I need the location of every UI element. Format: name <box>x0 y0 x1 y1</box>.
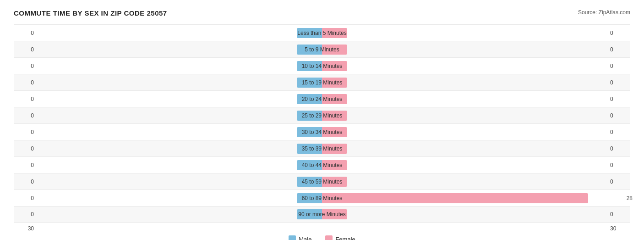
female-bar <box>322 127 347 137</box>
female-bar-half <box>322 58 607 74</box>
chart-row: 0 90 or more Minutes 0 <box>14 206 630 223</box>
male-bar-half <box>37 41 322 57</box>
male-value: 0 <box>14 112 37 119</box>
female-bar-half <box>322 173 607 190</box>
axis-left-label: 30 <box>14 225 37 232</box>
female-bar-half <box>322 25 607 41</box>
female-value: 0 <box>607 179 630 185</box>
male-value: 0 <box>14 179 37 185</box>
male-bar <box>297 193 322 203</box>
male-bar-half <box>37 25 322 41</box>
male-bar-half <box>37 58 322 74</box>
female-bar-half <box>322 190 607 206</box>
bar-container: Less than 5 Minutes <box>37 25 607 41</box>
chart-row: 0 10 to 14 Minutes 0 <box>14 57 630 74</box>
female-bar-half <box>322 74 607 90</box>
male-bar <box>297 177 322 187</box>
female-bar-half <box>322 157 607 173</box>
female-bar-half <box>322 41 607 57</box>
bar-container: 35 to 39 Minutes <box>37 140 607 156</box>
male-value: 0 <box>14 129 37 135</box>
chart-row: 0 20 to 24 Minutes 0 <box>14 90 630 107</box>
chart-area: 0 Less than 5 Minutes 0 0 5 to 9 Minutes <box>14 24 630 223</box>
female-bar <box>322 28 347 38</box>
male-bar <box>297 127 322 137</box>
female-bar-half <box>322 107 607 123</box>
source-label: Source: ZipAtlas.com <box>578 9 630 16</box>
chart-row: 0 30 to 34 Minutes 0 <box>14 123 630 140</box>
female-value: 0 <box>607 63 630 69</box>
female-value: 0 <box>607 46 630 53</box>
male-value: 0 <box>14 30 37 36</box>
male-value: 0 <box>14 162 37 168</box>
chart-row: 0 15 to 19 Minutes 0 <box>14 74 630 90</box>
bar-container: 15 to 19 Minutes <box>37 74 607 90</box>
male-bar <box>297 61 322 71</box>
female-bar <box>322 61 347 71</box>
male-value: 0 <box>14 79 37 86</box>
male-value: 0 <box>14 96 37 102</box>
bar-container: 45 to 59 Minutes <box>37 173 607 190</box>
legend: Male Female <box>14 235 630 240</box>
female-value: 0 <box>607 112 630 119</box>
male-swatch <box>289 235 296 240</box>
female-bar-half <box>322 124 607 140</box>
male-label: Male <box>299 236 311 240</box>
male-bar <box>297 111 322 121</box>
chart-row: 0 Less than 5 Minutes 0 <box>14 24 630 41</box>
female-bar <box>322 160 347 170</box>
male-bar <box>297 78 322 88</box>
bar-container: 30 to 34 Minutes <box>37 124 607 140</box>
chart-row: 0 25 to 29 Minutes 0 <box>14 107 630 123</box>
male-bar <box>297 28 322 38</box>
male-bar <box>297 144 322 154</box>
male-value: 0 <box>14 195 37 201</box>
female-bar <box>322 144 347 154</box>
female-label: Female <box>335 236 355 240</box>
bar-container: 40 to 44 Minutes <box>37 157 607 173</box>
chart-row: 0 45 to 59 Minutes 0 <box>14 173 630 190</box>
male-bar-half <box>37 140 322 156</box>
female-swatch <box>325 235 333 240</box>
female-value: 0 <box>607 145 630 152</box>
chart-title: COMMUTE TIME BY SEX IN ZIP CODE 25057 <box>14 9 167 17</box>
male-bar <box>297 209 322 219</box>
male-value: 0 <box>14 211 37 218</box>
female-bar <box>322 45 347 55</box>
female-value: 0 <box>607 79 630 86</box>
male-bar <box>297 160 322 170</box>
male-bar-half <box>37 91 322 107</box>
female-value: 0 <box>607 162 630 168</box>
legend-female: Female <box>325 235 355 240</box>
male-bar <box>297 45 322 55</box>
female-value: 0 <box>607 211 630 218</box>
male-bar-half <box>37 207 322 222</box>
male-bar-half <box>37 124 322 140</box>
bar-container: 60 to 89 Minutes <box>37 190 607 206</box>
bar-container: 20 to 24 Minutes <box>37 91 607 107</box>
axis-right-label: 30 <box>607 225 630 232</box>
bar-container: 25 to 29 Minutes <box>37 107 607 123</box>
male-value: 0 <box>14 46 37 53</box>
male-bar-half <box>37 74 322 90</box>
female-bar <box>322 94 347 104</box>
female-bar-half <box>322 140 607 156</box>
female-bar <box>322 193 588 203</box>
female-bar-half <box>322 207 607 222</box>
bar-container: 10 to 14 Minutes <box>37 58 607 74</box>
female-value: 0 <box>607 129 630 135</box>
female-bar <box>322 111 347 121</box>
male-bar <box>297 94 322 104</box>
male-bar-half <box>37 173 322 190</box>
female-bar <box>322 177 347 187</box>
chart-row: 0 5 to 9 Minutes 0 <box>14 41 630 57</box>
chart-row: 0 60 to 89 Minutes 28 <box>14 190 630 206</box>
male-bar-half <box>37 107 322 123</box>
female-value: 0 <box>607 30 630 36</box>
bar-container: 5 to 9 Minutes <box>37 41 607 57</box>
chart-row: 0 35 to 39 Minutes 0 <box>14 140 630 156</box>
male-bar-half <box>37 190 322 206</box>
page-container: COMMUTE TIME BY SEX IN ZIP CODE 25057 So… <box>14 9 630 240</box>
chart-row: 0 40 to 44 Minutes 0 <box>14 156 630 173</box>
bar-container: 90 or more Minutes <box>37 207 607 222</box>
